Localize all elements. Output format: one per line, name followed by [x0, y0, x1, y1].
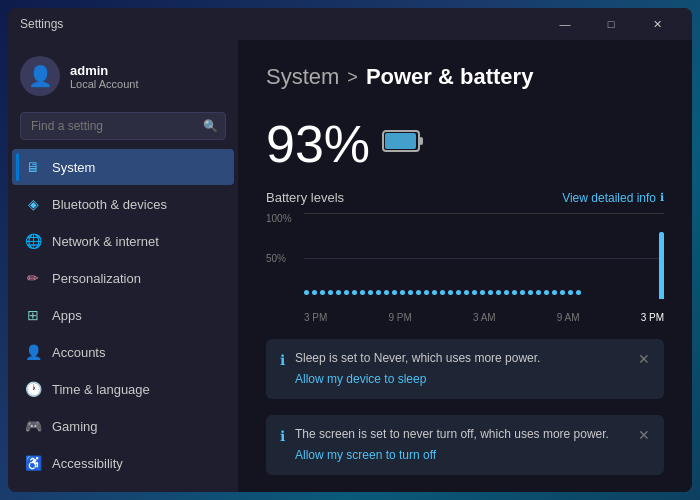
minimize-button[interactable]: —: [542, 8, 588, 40]
chart-x-label-1: 9 PM: [388, 312, 411, 323]
chart-x-label-4: 3 PM: [641, 312, 664, 323]
sidebar-item-accessibility[interactable]: ♿ Accessibility: [12, 445, 234, 481]
chart-dot: [344, 290, 349, 295]
chart-dot: [552, 290, 557, 295]
chart-dot: [472, 290, 477, 295]
chart-dot: [496, 290, 501, 295]
battery-bar: [659, 232, 664, 300]
chart-dot: [528, 290, 533, 295]
notification-content-1: Sleep is set to Never, which uses more p…: [295, 351, 628, 387]
avatar-icon: 👤: [28, 64, 53, 88]
chart-title: Battery levels: [266, 190, 344, 205]
chart-dot: [376, 290, 381, 295]
titlebar: Settings — □ ✕: [8, 8, 692, 40]
chart-dot: [424, 290, 429, 295]
sidebar-item-privacy[interactable]: 🔒 Privacy & security: [12, 482, 234, 492]
chart-dot: [352, 290, 357, 295]
view-detailed-link[interactable]: View detailed info ℹ: [562, 191, 664, 205]
sleep-action-link[interactable]: Allow my device to sleep: [295, 372, 426, 386]
sidebar-item-label-gaming: Gaming: [52, 419, 98, 434]
battery-icon: [382, 127, 426, 162]
user-info: admin Local Account: [70, 63, 139, 90]
system-icon: 🖥: [24, 158, 42, 176]
search-input[interactable]: [20, 112, 226, 140]
notification-text-1: Sleep is set to Never, which uses more p…: [295, 351, 628, 365]
screen-action-link[interactable]: Allow my screen to turn off: [295, 448, 436, 462]
chart-dot: [544, 290, 549, 295]
sidebar-item-label-system: System: [52, 160, 95, 175]
chart-header: Battery levels View detailed info ℹ: [266, 190, 664, 205]
network-icon: 🌐: [24, 232, 42, 250]
chart-dot: [536, 290, 541, 295]
notification-close-2[interactable]: ✕: [638, 427, 650, 443]
chart-x-labels: 3 PM 9 PM 3 AM 9 AM 3 PM: [304, 312, 664, 323]
user-name: admin: [70, 63, 139, 78]
main-panel: System > Power & battery 93%: [238, 40, 692, 492]
svg-rect-2: [385, 133, 416, 149]
chart-dot: [448, 290, 453, 295]
notification-close-1[interactable]: ✕: [638, 351, 650, 367]
sidebar-item-system[interactable]: 🖥 System: [12, 149, 234, 185]
chart-dot: [456, 290, 461, 295]
chart-dot: [360, 290, 365, 295]
time-icon: 🕐: [24, 380, 42, 398]
battery-percentage: 93%: [266, 114, 370, 174]
sidebar-item-accounts[interactable]: 👤 Accounts: [12, 334, 234, 370]
sidebar-item-network[interactable]: 🌐 Network & internet: [12, 223, 234, 259]
sidebar-item-gaming[interactable]: 🎮 Gaming: [12, 408, 234, 444]
chart-dot: [312, 290, 317, 295]
personalization-icon: ✏: [24, 269, 42, 287]
sidebar-item-apps[interactable]: ⊞ Apps: [12, 297, 234, 333]
maximize-button[interactable]: □: [588, 8, 634, 40]
accounts-icon: 👤: [24, 343, 42, 361]
sidebar-item-label-accessibility: Accessibility: [52, 456, 123, 471]
user-profile[interactable]: 👤 admin Local Account: [8, 40, 238, 112]
chart-x-label-2: 3 AM: [473, 312, 496, 323]
sidebar-item-label-network: Network & internet: [52, 234, 159, 249]
page-header: System > Power & battery: [266, 64, 664, 90]
sleep-notification: ℹ Sleep is set to Never, which uses more…: [266, 339, 664, 399]
chart-dot: [576, 290, 581, 295]
close-button[interactable]: ✕: [634, 8, 680, 40]
chart-dot: [368, 290, 373, 295]
sidebar-item-label-accounts: Accounts: [52, 345, 105, 360]
sidebar-nav: 🖥 System ◈ Bluetooth & devices 🌐 Network…: [8, 148, 238, 492]
search-box: 🔍: [20, 112, 226, 140]
bluetooth-icon: ◈: [24, 195, 42, 213]
chart-plot-area: [304, 213, 664, 303]
chart-dot: [416, 290, 421, 295]
window-title: Settings: [20, 17, 542, 31]
chart-dot: [304, 290, 309, 295]
notification-info-icon-2: ℹ: [280, 428, 285, 444]
sidebar-item-label-bluetooth: Bluetooth & devices: [52, 197, 167, 212]
sidebar: 👤 admin Local Account 🔍 🖥 System: [8, 40, 238, 492]
chart-dot: [384, 290, 389, 295]
chart-y-label-50: 50%: [266, 253, 301, 264]
battery-chart-section: Battery levels View detailed info ℹ 100%…: [266, 190, 664, 323]
sidebar-item-personalization[interactable]: ✏ Personalization: [12, 260, 234, 296]
breadcrumb-arrow: >: [347, 67, 358, 88]
accessibility-icon: ♿: [24, 454, 42, 472]
sidebar-item-time[interactable]: 🕐 Time & language: [12, 371, 234, 407]
user-account-type: Local Account: [70, 78, 139, 90]
chart-dot: [400, 290, 405, 295]
breadcrumb-parent: System: [266, 64, 339, 90]
chart-dot: [512, 290, 517, 295]
chart-y-label-100: 100%: [266, 213, 301, 224]
settings-window: Settings — □ ✕ 👤 admin Local Account: [8, 8, 692, 492]
breadcrumb-current: Power & battery: [366, 64, 534, 90]
chart-dot: [520, 290, 525, 295]
notification-content-2: The screen is set to never turn off, whi…: [295, 427, 628, 463]
chart-dot: [568, 290, 573, 295]
sidebar-item-bluetooth[interactable]: ◈ Bluetooth & devices: [12, 186, 234, 222]
chart-dot: [504, 290, 509, 295]
chart-dot: [560, 290, 565, 295]
avatar: 👤: [20, 56, 60, 96]
sidebar-item-label-apps: Apps: [52, 308, 82, 323]
chart-dot: [480, 290, 485, 295]
notification-info-icon-1: ℹ: [280, 352, 285, 368]
main-content: 👤 admin Local Account 🔍 🖥 System: [8, 40, 692, 492]
screen-notification: ℹ The screen is set to never turn off, w…: [266, 415, 664, 475]
chart-x-label-3: 9 AM: [557, 312, 580, 323]
chart-dot: [408, 290, 413, 295]
